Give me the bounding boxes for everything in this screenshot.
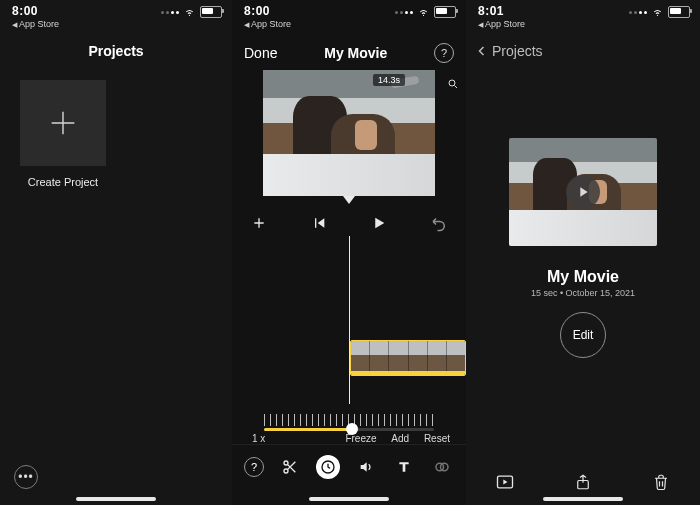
cell-signal-icon	[395, 11, 413, 14]
speed-slider[interactable]	[264, 428, 434, 431]
edit-button[interactable]: Edit	[560, 312, 606, 358]
home-indicator[interactable]	[309, 497, 389, 501]
play-overlay[interactable]	[566, 175, 600, 209]
zoom-button[interactable]	[447, 76, 459, 94]
undo-button[interactable]	[428, 212, 450, 234]
share-icon	[574, 472, 592, 492]
back-to-app[interactable]: App Store	[12, 19, 59, 29]
status-indicators	[395, 4, 456, 18]
magnifier-icon	[447, 78, 459, 90]
filters-button[interactable]	[430, 455, 454, 479]
play-icon	[370, 214, 388, 232]
back-nav-label: Projects	[492, 43, 543, 59]
share-button[interactable]	[572, 471, 594, 493]
editor-toolbar: ?	[232, 444, 466, 493]
speed-label: 1 x	[252, 433, 265, 444]
timeline[interactable]	[232, 236, 466, 410]
create-project-label: Create Project	[20, 176, 106, 188]
phone-detail: 8:01 App Store Projects My Movie 15 sec …	[466, 0, 700, 505]
status-indicators	[161, 4, 222, 18]
speedometer-icon	[320, 459, 336, 475]
titles-button[interactable]	[392, 455, 416, 479]
video-clip[interactable]	[350, 340, 466, 376]
transport-bar	[232, 204, 466, 236]
project-title: My Movie	[466, 268, 700, 286]
trash-icon	[652, 472, 670, 492]
cell-signal-icon	[161, 11, 179, 14]
more-button[interactable]: •••	[14, 465, 38, 489]
chevron-left-icon	[476, 45, 488, 57]
status-time: 8:01	[478, 4, 525, 18]
status-bar: 8:00 App Store	[232, 0, 466, 36]
text-icon	[396, 459, 412, 475]
status-time: 8:00	[12, 4, 59, 18]
done-button[interactable]: Done	[244, 45, 277, 61]
help-button[interactable]: ?	[434, 43, 454, 63]
play-icon	[575, 184, 591, 200]
volume-icon	[358, 459, 374, 475]
svg-point-0	[449, 80, 455, 86]
status-bar: 8:00 App Store	[0, 0, 232, 36]
go-start-button[interactable]	[308, 212, 330, 234]
home-indicator[interactable]	[76, 497, 156, 501]
play-button[interactable]	[368, 212, 390, 234]
speed-tool-button[interactable]	[316, 455, 340, 479]
back-to-app[interactable]: App Store	[244, 19, 291, 29]
add-button[interactable]: Add	[391, 433, 409, 444]
play-rect-icon	[495, 472, 515, 492]
project-thumbnail[interactable]	[509, 138, 657, 246]
phone-projects: 8:00 App Store Projects Create Project •…	[0, 0, 232, 505]
scissors-icon	[282, 459, 298, 475]
project-meta: 15 sec • October 15, 2021	[466, 288, 700, 298]
battery-icon	[668, 6, 690, 18]
duration-badge: 14.3s	[373, 74, 405, 86]
video-preview[interactable]: 14.3s	[263, 70, 435, 196]
playhead-line[interactable]	[349, 236, 350, 404]
undo-icon	[430, 214, 448, 232]
phone-editor: 8:00 App Store Done My Movie ? 14.3s	[232, 0, 466, 505]
back-nav[interactable]: Projects	[466, 36, 700, 66]
svg-point-1	[284, 461, 288, 465]
add-media-button[interactable]	[248, 212, 270, 234]
svg-point-2	[284, 469, 288, 473]
wifi-icon	[417, 7, 430, 17]
playhead-marker-icon	[343, 196, 355, 204]
wifi-icon	[651, 7, 664, 17]
status-time: 8:00	[244, 4, 291, 18]
home-indicator[interactable]	[543, 497, 623, 501]
editor-nav: Done My Movie ?	[232, 36, 466, 70]
wifi-icon	[183, 7, 196, 17]
battery-icon	[434, 6, 456, 18]
help-button[interactable]: ?	[244, 457, 264, 477]
create-project-tile[interactable]	[20, 80, 106, 166]
play-fullscreen-button[interactable]	[494, 471, 516, 493]
plus-icon	[251, 215, 267, 231]
reset-button[interactable]: Reset	[424, 433, 450, 444]
volume-button[interactable]	[354, 455, 378, 479]
overlap-circles-icon	[433, 458, 451, 476]
cut-button[interactable]	[278, 455, 302, 479]
cell-signal-icon	[629, 11, 647, 14]
speed-control: 1 x Freeze Add Reset	[232, 410, 466, 444]
back-to-app[interactable]: App Store	[478, 19, 525, 29]
plus-icon	[46, 106, 80, 140]
bottom-actions	[466, 471, 700, 493]
skip-back-icon	[311, 215, 327, 231]
projects-header: Projects	[0, 36, 232, 66]
status-bar: 8:01 App Store	[466, 0, 700, 36]
delete-button[interactable]	[650, 471, 672, 493]
battery-icon	[200, 6, 222, 18]
status-indicators	[629, 4, 690, 18]
project-title: My Movie	[324, 45, 387, 61]
